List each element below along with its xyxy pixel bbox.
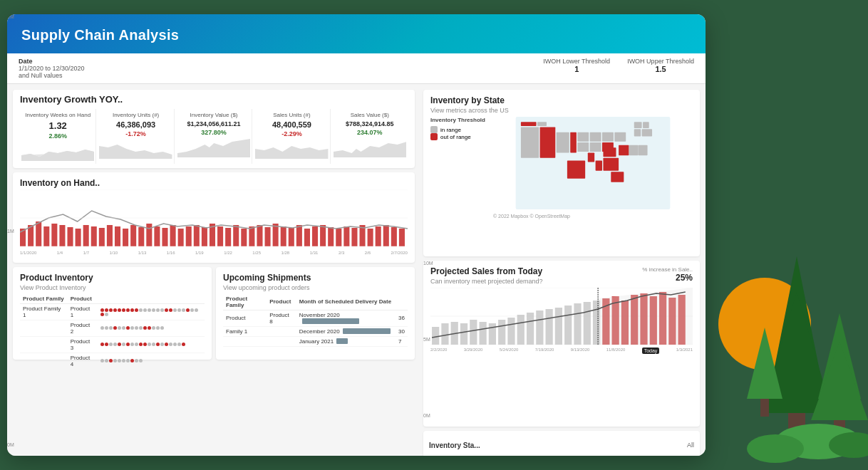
svg-rect-82	[432, 327, 439, 345]
svg-rect-90	[507, 318, 515, 345]
svg-rect-64	[639, 145, 648, 155]
map-content: Inventory Threshold in range out of rang…	[430, 117, 693, 219]
iwoh-lower-threshold[interactable]: IWOH Lower Threshold 1	[543, 58, 610, 73]
sparkline-value	[177, 137, 250, 157]
inventory-status-all: All	[687, 442, 694, 449]
kpi-sales-value[interactable]: Sales Value ($) $788,324,914.85 234.07%	[332, 109, 408, 164]
svg-rect-5	[59, 225, 65, 246]
dashboard: Supply Chain Analysis Date 1/1/2020 to 1…	[7, 14, 706, 456]
map-subtitle: View metrics across the US	[430, 107, 693, 114]
svg-rect-45	[376, 226, 381, 246]
svg-rect-62	[619, 145, 629, 155]
projected-chart-area: 2/2/2020 3/29/2020 5/24/2020 7/19/2020 9…	[430, 288, 693, 355]
svg-rect-31	[265, 227, 271, 246]
legend-title: Inventory Threshold	[430, 117, 487, 123]
svg-rect-44	[368, 229, 373, 246]
svg-rect-65	[577, 132, 589, 142]
legend-out-range: out of range	[430, 133, 487, 140]
projected-chart-container: 10M 5M 0M	[430, 288, 693, 355]
svg-rect-92	[527, 313, 534, 345]
col-family-s: Product Family	[223, 294, 267, 310]
ioh-chart-svg	[20, 189, 408, 246]
col-product: Product	[68, 294, 98, 304]
svg-rect-73	[540, 127, 556, 157]
us-map-svg	[493, 117, 693, 209]
svg-point-121	[829, 432, 868, 458]
sparkline-units	[99, 139, 172, 159]
svg-rect-78	[537, 122, 547, 126]
col-month: Month of Scheduled Delivery Date	[296, 294, 396, 310]
kpi-card: Inventory Growth YOY.. Inventory Weeks o…	[13, 90, 415, 168]
svg-rect-32	[273, 224, 279, 246]
svg-rect-36	[304, 229, 310, 246]
svg-rect-3	[43, 226, 49, 246]
svg-rect-6	[67, 227, 73, 246]
table-row: Family 1 December 2020 30	[223, 326, 408, 336]
product-inventory-title: Product Inventory	[20, 273, 205, 283]
svg-rect-96	[564, 306, 572, 345]
iwoh-upper-threshold[interactable]: IWOH Upper Threshold 1.5	[627, 58, 694, 73]
kpi-inventory-units[interactable]: Inventory Units (#) 46,386,093 -1.72%	[98, 109, 174, 164]
bar-dec	[343, 328, 391, 334]
svg-rect-68	[614, 132, 626, 142]
inventory-status-card: Inventory Sta... All	[423, 431, 700, 456]
col-product-s: Product	[267, 294, 296, 310]
kpi-weeks-on-hand[interactable]: Inventory Weeks on Hand 1.32 2.86%	[20, 109, 96, 164]
projected-x-labels: 2/2/2020 3/29/2020 5/24/2020 7/19/2020 9…	[430, 348, 693, 354]
shipments-table: Product Family Product Month of Schedule…	[223, 294, 408, 347]
svg-rect-7	[76, 229, 81, 246]
col-dots	[98, 294, 205, 304]
dot-cluster	[100, 359, 143, 362]
table-row: Product 4	[20, 352, 205, 369]
svg-rect-97	[574, 303, 581, 345]
dot-cluster	[100, 343, 185, 346]
svg-rect-87	[479, 322, 486, 345]
left-panel: Inventory Growth YOY.. Inventory Weeks o…	[7, 84, 420, 456]
svg-rect-46	[383, 225, 389, 246]
table-row: Product 3	[20, 336, 205, 352]
svg-rect-67	[602, 132, 614, 142]
svg-rect-91	[517, 315, 525, 345]
svg-rect-4	[51, 224, 57, 246]
sparkline-sales-value	[334, 137, 406, 157]
projected-percent: % increase in Sale.. 25%	[642, 266, 693, 283]
svg-rect-23	[202, 227, 207, 246]
kpi-sales-units[interactable]: Sales Units (#) 48,400,559 -2.29%	[254, 109, 330, 164]
bar-jan	[336, 338, 348, 344]
table-row: Product Product 8 November 2020 36	[223, 310, 408, 326]
ioh-chart-area: 1/1/2020 1/4 1/7 1/10 1/13 1/16 1/19 1/2…	[20, 189, 408, 257]
kpi-inventory-value[interactable]: Inventory Value ($) $1,234,056,611.21 32…	[176, 109, 252, 164]
svg-marker-111	[768, 256, 825, 399]
svg-rect-95	[555, 308, 562, 345]
svg-rect-25	[217, 226, 223, 246]
map-legend: Inventory Threshold in range out of rang…	[430, 117, 487, 219]
col-value	[396, 294, 408, 310]
svg-marker-117	[747, 328, 782, 399]
svg-rect-37	[312, 226, 318, 246]
svg-rect-40	[336, 229, 341, 246]
sparkline-sales-units	[255, 139, 328, 159]
filter-bar: Date 1/1/2020 to 12/30/2020 and Null val…	[7, 53, 706, 84]
svg-rect-29	[249, 226, 254, 246]
product-inventory-subtitle: View Product Inventory	[20, 284, 205, 291]
svg-rect-16	[146, 224, 152, 246]
date-filter[interactable]: Date 1/1/2020 to 12/30/2020 and Null val…	[19, 58, 85, 79]
legend-in-range: in range	[430, 126, 487, 133]
svg-rect-56	[634, 129, 641, 136]
svg-rect-19	[170, 225, 176, 246]
inventory-on-hand-card: Inventory on Hand.. 2M 1M 0M	[13, 172, 415, 263]
svg-rect-47	[391, 227, 397, 246]
svg-rect-12	[115, 226, 120, 246]
threshold-filters: IWOH Lower Threshold 1 IWOH Upper Thresh…	[543, 58, 694, 73]
svg-rect-53	[634, 122, 642, 128]
svg-rect-77	[521, 122, 537, 126]
svg-rect-27	[233, 225, 239, 246]
dot-cluster	[100, 326, 164, 330]
svg-rect-13	[123, 229, 128, 246]
projected-sales-card: Projected Sales from Today Can inventory…	[423, 261, 700, 427]
projected-chart-svg	[430, 288, 693, 345]
svg-rect-59	[596, 160, 602, 170]
svg-rect-18	[162, 228, 167, 246]
svg-rect-93	[536, 310, 543, 345]
svg-rect-86	[470, 320, 477, 345]
